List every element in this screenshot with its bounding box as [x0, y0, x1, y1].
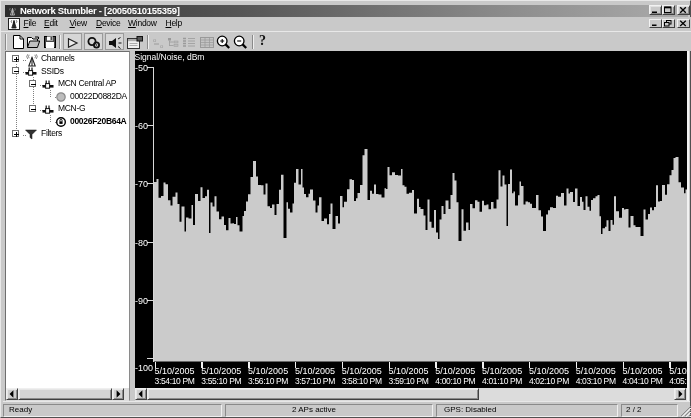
svg-text:o: o — [153, 37, 157, 43]
svg-text:o: o — [160, 43, 164, 49]
